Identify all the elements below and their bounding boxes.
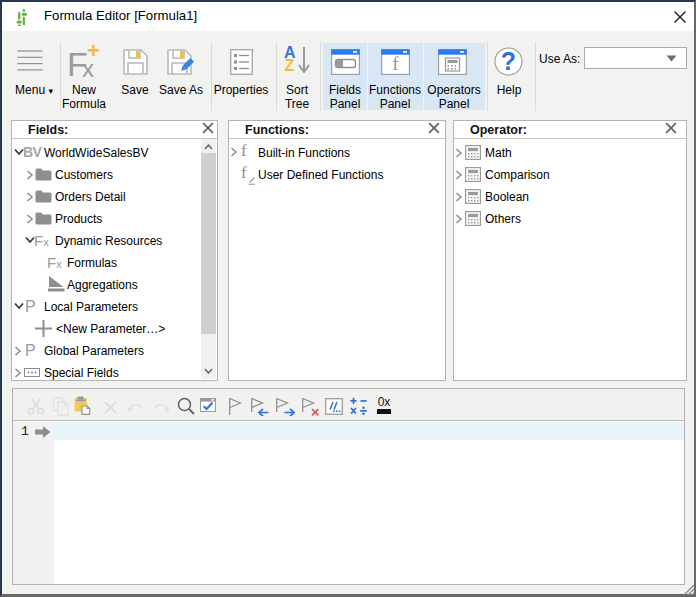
svg-text:?: ? [501, 47, 516, 75]
svg-text:f: f [393, 54, 399, 74]
